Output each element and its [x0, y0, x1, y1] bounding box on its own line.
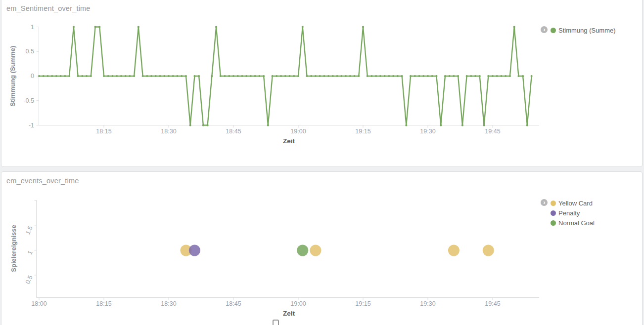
- svg-text:18:30: 18:30: [161, 300, 176, 307]
- svg-text:19:45: 19:45: [485, 300, 500, 307]
- legend-dot-icon: [551, 220, 556, 226]
- legend-label: Stimmung (Summe): [558, 27, 616, 34]
- svg-text:-1: -1: [29, 122, 34, 129]
- legend-expand-icon[interactable]: ›: [541, 199, 548, 206]
- events-scatter-chart[interactable]: 1.510.518:0018:1518:3018:4519:0019:1519:…: [0, 172, 644, 325]
- svg-text:0.5: 0.5: [24, 274, 34, 285]
- svg-text:Zeit: Zeit: [283, 137, 295, 145]
- svg-text:18:45: 18:45: [226, 300, 241, 307]
- partial-checkbox[interactable]: [273, 320, 279, 325]
- legend-dot-icon: [551, 28, 556, 33]
- chevron-right-icon: ›: [543, 199, 545, 205]
- svg-text:1.5: 1.5: [24, 225, 34, 236]
- legend-expand-icon[interactable]: ›: [541, 26, 548, 33]
- svg-text:19:30: 19:30: [420, 128, 435, 135]
- svg-text:18:30: 18:30: [161, 128, 176, 135]
- svg-text:0.5: 0.5: [26, 48, 34, 55]
- svg-text:0: 0: [31, 73, 34, 80]
- legend-item-normal-goal[interactable]: Normal Goal: [551, 218, 595, 228]
- legend-events: › Yellow Card Penalty Normal Goal: [541, 198, 595, 228]
- svg-text:1: 1: [31, 24, 34, 31]
- legend-item-stimmung[interactable]: Stimmung (Summe): [551, 25, 616, 35]
- svg-text:19:00: 19:00: [290, 128, 306, 135]
- svg-text:19:45: 19:45: [485, 128, 500, 135]
- legend-dot-icon: [551, 201, 556, 206]
- legend-label: Penalty: [558, 209, 580, 217]
- sentiment-line-chart[interactable]: 10.50-0.5-118:1518:3018:4519:0019:1519:3…: [0, 0, 644, 153]
- svg-text:-0.5: -0.5: [23, 97, 34, 104]
- svg-text:19:15: 19:15: [355, 300, 370, 307]
- svg-text:Stimmung (Summe): Stimmung (Summe): [9, 46, 16, 107]
- svg-text:19:15: 19:15: [355, 128, 370, 135]
- legend-dot-icon: [551, 210, 556, 216]
- legend-sentiment: › Stimmung (Summe): [541, 25, 616, 35]
- svg-text:Spielereignisse: Spielereignisse: [10, 225, 17, 272]
- svg-text:18:00: 18:00: [31, 300, 46, 307]
- svg-text:18:15: 18:15: [96, 300, 111, 307]
- svg-text:19:00: 19:00: [290, 300, 306, 307]
- svg-text:Zeit: Zeit: [283, 310, 295, 317]
- svg-text:1: 1: [26, 249, 34, 255]
- chevron-right-icon: ›: [543, 26, 545, 33]
- legend-item-penalty[interactable]: Penalty: [551, 208, 595, 218]
- svg-text:18:45: 18:45: [226, 128, 241, 135]
- legend-label: Yellow Card: [558, 200, 593, 207]
- legend-item-yellow-card[interactable]: Yellow Card: [551, 198, 595, 208]
- svg-text:18:15: 18:15: [96, 128, 111, 135]
- legend-label: Normal Goal: [558, 219, 595, 227]
- svg-text:19:30: 19:30: [420, 300, 435, 307]
